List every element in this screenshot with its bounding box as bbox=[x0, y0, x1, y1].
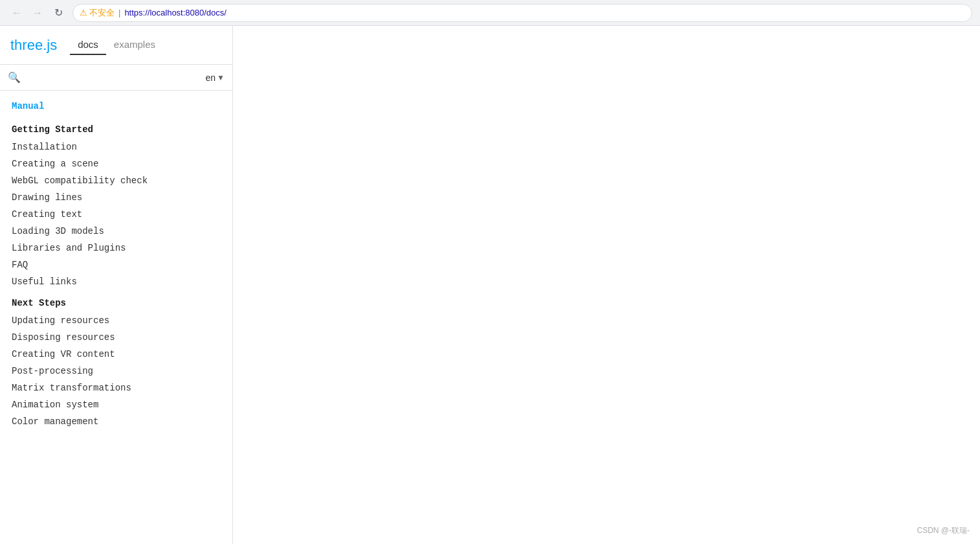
nav-item-drawing-lines[interactable]: Drawing lines bbox=[0, 189, 232, 206]
nav-item-matrix-transformations[interactable]: Matrix transformations bbox=[0, 380, 232, 396]
refresh-button[interactable]: ↻ bbox=[49, 4, 67, 22]
search-bar: 🔍 en ▼ bbox=[0, 65, 232, 91]
nav-item-webgl-compatibility[interactable]: WebGL compatibility check bbox=[0, 172, 232, 189]
nav-item-disposing-resources[interactable]: Disposing resources bbox=[0, 329, 232, 346]
section-manual: Manual bbox=[0, 98, 232, 117]
search-input[interactable] bbox=[26, 73, 201, 83]
site-header: three.js docs examples bbox=[0, 26, 232, 65]
forward-button[interactable]: → bbox=[28, 4, 47, 22]
warning-icon: ⚠ bbox=[80, 8, 87, 17]
browser-nav: ← → ↻ bbox=[8, 4, 67, 22]
nav-item-creating-vr-content[interactable]: Creating VR content bbox=[0, 346, 232, 363]
nav-item-color-management[interactable]: Color management bbox=[0, 413, 232, 430]
nav-item-creating-text[interactable]: Creating text bbox=[0, 206, 232, 223]
nav-item-faq[interactable]: FAQ bbox=[0, 256, 232, 273]
lang-selector[interactable]: en ▼ bbox=[206, 73, 225, 83]
search-icon: 🔍 bbox=[8, 71, 21, 84]
category-getting-started: Getting Started bbox=[0, 117, 232, 139]
main-content bbox=[233, 26, 980, 544]
nav-item-loading-3d-models[interactable]: Loading 3D models bbox=[0, 223, 232, 240]
nav-item-libraries-and-plugins[interactable]: Libraries and Plugins bbox=[0, 240, 232, 256]
site-logo[interactable]: three.js bbox=[10, 37, 57, 54]
url-text: https://localhost:8080/docs/ bbox=[124, 8, 227, 17]
nav-item-installation[interactable]: Installation bbox=[0, 139, 232, 155]
nav-item-animation-system[interactable]: Animation system bbox=[0, 396, 232, 413]
nav-item-useful-links[interactable]: Useful links bbox=[0, 273, 232, 290]
nav-item-post-processing[interactable]: Post-processing bbox=[0, 363, 232, 380]
browser-bar: ← → ↻ ⚠ 不安全 | https://localhost:8080/doc… bbox=[0, 0, 980, 26]
tab-docs[interactable]: docs bbox=[70, 35, 106, 55]
url-divider: | bbox=[118, 8, 120, 17]
back-button[interactable]: ← bbox=[8, 4, 26, 22]
warning-text: 不安全 bbox=[89, 7, 115, 19]
chevron-down-icon: ▼ bbox=[217, 73, 225, 82]
sidebar: three.js docs examples 🔍 en ▼ Manual Get… bbox=[0, 26, 233, 544]
address-bar[interactable]: ⚠ 不安全 | https://localhost:8080/docs/ bbox=[72, 4, 972, 22]
nav-item-updating-resources[interactable]: Updating resources bbox=[0, 312, 232, 329]
tab-examples[interactable]: examples bbox=[106, 35, 163, 55]
nav-tabs: docs examples bbox=[70, 35, 163, 55]
security-warning: ⚠ 不安全 bbox=[80, 7, 115, 19]
category-next-steps: Next Steps bbox=[0, 290, 232, 312]
nav-content: Manual Getting Started Installation Crea… bbox=[0, 91, 232, 544]
lang-label: en bbox=[206, 73, 216, 83]
page: three.js docs examples 🔍 en ▼ Manual Get… bbox=[0, 26, 980, 544]
watermark: CSDN @-联瑞- bbox=[917, 525, 970, 536]
nav-item-creating-a-scene[interactable]: Creating a scene bbox=[0, 155, 232, 172]
